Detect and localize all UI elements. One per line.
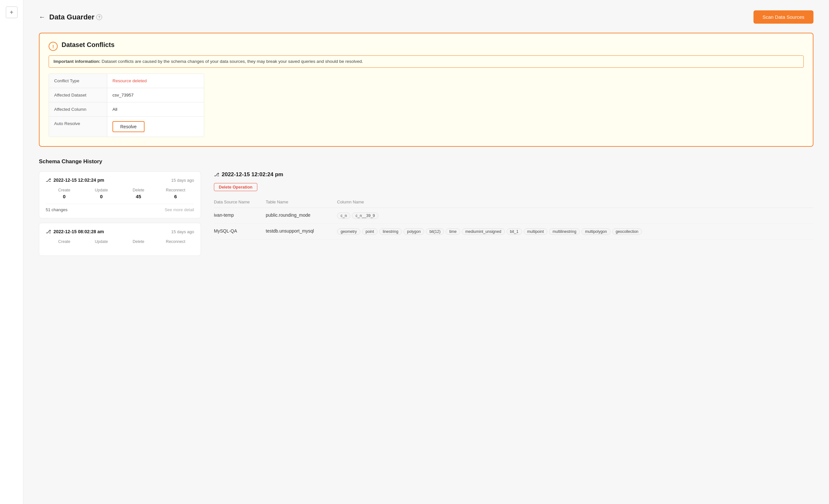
history-item-time: ⎇ 2022-12-15 08:02:28 am	[46, 229, 104, 234]
conflicts-info-prefix: Important information:	[53, 59, 101, 64]
detail-source-name: MySQL-QA	[214, 224, 266, 240]
branch-icon: ⎇	[46, 178, 51, 183]
conflict-type-value: Resource deleted	[107, 74, 204, 88]
schema-history-title: Schema Change History	[39, 158, 814, 165]
column-tag: time	[445, 228, 460, 235]
header-left: ← Data Guarder ?	[39, 13, 102, 22]
column-tag: multipoint	[524, 228, 547, 235]
sidebar-add-button[interactable]: +	[6, 6, 17, 18]
column-tag: multilinestring	[549, 228, 580, 235]
auto-resolve-label: Auto Resolve	[49, 117, 107, 137]
conflicts-header: ! Dataset Conflicts	[48, 41, 804, 51]
stat-delete-label: Delete	[120, 239, 157, 244]
history-stats: Create 0 Update 0 Delete 45	[46, 188, 194, 199]
col-header-column: Column Name	[337, 196, 814, 208]
history-item-ago: 15 days ago	[171, 178, 194, 183]
column-tag: linestring	[379, 228, 402, 235]
column-tag: c_n	[337, 212, 350, 219]
history-item-time: ⎇ 2022-12-15 12:02:24 pm	[46, 178, 104, 183]
history-detail-link[interactable]: See more detail	[165, 207, 194, 212]
col-header-table: Table Name	[266, 196, 337, 208]
stat-create-value: 0	[46, 194, 83, 199]
table-row: Auto Resolve Resolve	[49, 117, 204, 137]
history-item-header: ⎇ 2022-12-15 08:02:28 am 15 days ago	[46, 229, 194, 234]
history-item: ⎇ 2022-12-15 12:02:24 pm 15 days ago Cre…	[39, 171, 201, 218]
detail-panel: ⎇ 2022-12-15 12:02:24 pm Delete Operatio…	[201, 171, 814, 261]
stat-delete-label: Delete	[120, 188, 157, 192]
conflicts-info-box: Important information: Dataset conflicts…	[48, 55, 804, 68]
affected-dataset-label: Affected Dataset	[49, 88, 107, 102]
stat-reconnect: Reconnect	[157, 239, 194, 245]
stat-delete-value: 45	[120, 194, 157, 199]
detail-column-name: geometrypointlinestringpolygonbit(12)tim…	[337, 224, 814, 240]
stat-create: Create 0	[46, 188, 83, 199]
stat-reconnect-value: 6	[157, 194, 194, 199]
operation-badge: Delete Operation	[214, 183, 257, 191]
detail-table-row: ivan-temppublic.rounding_modec_nc_n__39_…	[214, 208, 814, 224]
table-row: Affected Column All	[49, 102, 204, 117]
back-button[interactable]: ←	[39, 13, 45, 21]
column-tag: bit_1	[507, 228, 522, 235]
detail-table-row: MySQL-QAtestdb.unsupport_mysqlgeometrypo…	[214, 224, 814, 240]
history-item-ago: 15 days ago	[171, 229, 194, 234]
back-arrow-icon: ←	[39, 13, 45, 21]
main-content: ← Data Guarder ? Scan Data Sources ! Dat…	[23, 0, 829, 504]
history-stats: Create Update Delete	[46, 239, 194, 245]
branch-icon: ⎇	[46, 229, 51, 234]
history-layout: ⎇ 2022-12-15 12:02:24 pm 15 days ago Cre…	[39, 171, 814, 261]
detail-source-name: ivan-temp	[214, 208, 266, 224]
column-tag: point	[362, 228, 377, 235]
column-tag: multipolygon	[581, 228, 610, 235]
stat-reconnect-label: Reconnect	[157, 188, 194, 192]
conflict-type-text: Resource deleted	[112, 78, 147, 83]
history-item-datetime: 2022-12-15 12:02:24 pm	[53, 178, 104, 183]
stat-update: Update 0	[83, 188, 120, 199]
column-tag: mediumint_unsigned	[462, 228, 505, 235]
affected-column-label: Affected Column	[49, 102, 107, 116]
page-title-text: Data Guarder	[49, 13, 94, 22]
history-item: ⎇ 2022-12-15 08:02:28 am 15 days ago Cre…	[39, 223, 201, 256]
table-row: Affected Dataset csv_73957	[49, 88, 204, 102]
affected-column-value: All	[107, 102, 204, 116]
auto-resolve-value: Resolve	[107, 117, 204, 137]
stat-delete: Delete 45	[120, 188, 157, 199]
schema-history-section: Schema Change History ⎇ 2022-12-15 12:02…	[39, 158, 814, 261]
scan-data-sources-button[interactable]: Scan Data Sources	[754, 10, 814, 24]
history-list: ⎇ 2022-12-15 12:02:24 pm 15 days ago Cre…	[39, 171, 201, 261]
column-tag: geometry	[337, 228, 360, 235]
detail-table-name: public.rounding_mode	[266, 208, 337, 224]
detail-panel-header: ⎇ 2022-12-15 12:02:24 pm	[214, 171, 814, 178]
history-changes: 51 changes	[46, 207, 67, 212]
history-item-datetime: 2022-12-15 08:02:28 am	[53, 229, 104, 234]
warning-icon: !	[52, 44, 54, 49]
detail-table: Data Source Name Table Name Column Name …	[214, 196, 814, 240]
stat-reconnect: Reconnect 6	[157, 188, 194, 199]
col-header-source: Data Source Name	[214, 196, 266, 208]
page-header: ← Data Guarder ? Scan Data Sources	[39, 10, 814, 24]
column-tag: bit(12)	[426, 228, 444, 235]
stat-update-value: 0	[83, 194, 120, 199]
warning-icon-circle: !	[48, 42, 58, 51]
branch-icon: ⎇	[214, 172, 219, 177]
stat-update-label: Update	[83, 239, 120, 244]
table-row: Conflict Type Resource deleted	[49, 74, 204, 88]
affected-dataset-value: csv_73957	[107, 88, 204, 102]
plus-icon: +	[10, 9, 13, 16]
column-tag: polygon	[403, 228, 424, 235]
column-tag: c_n__39_9	[352, 212, 378, 219]
conflicts-panel: ! Dataset Conflicts Important informatio…	[39, 33, 814, 147]
page-title: Data Guarder ?	[49, 13, 102, 22]
stat-reconnect-label: Reconnect	[157, 239, 194, 244]
conflicts-info-text: Dataset conflicts are caused by the sche…	[102, 59, 363, 64]
stat-update-label: Update	[83, 188, 120, 192]
sidebar: +	[0, 0, 23, 504]
conflicts-title: Dataset Conflicts	[62, 41, 114, 49]
history-item-header: ⎇ 2022-12-15 12:02:24 pm 15 days ago	[46, 178, 194, 183]
column-tag: geocollection	[612, 228, 642, 235]
resolve-button[interactable]: Resolve	[112, 121, 145, 132]
detail-column-name: c_nc_n__39_9	[337, 208, 814, 224]
history-item-footer: 51 changes See more detail	[46, 204, 194, 212]
stat-update: Update	[83, 239, 120, 245]
conflict-type-label: Conflict Type	[49, 74, 107, 88]
help-icon[interactable]: ?	[96, 14, 102, 20]
